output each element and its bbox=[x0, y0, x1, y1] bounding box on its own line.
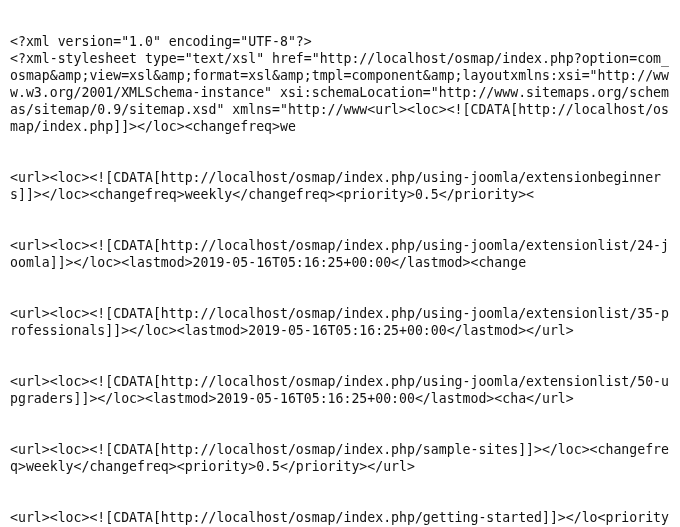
xml-line: <url><loc><![CDATA[http://localhost/osma… bbox=[10, 237, 670, 271]
xml-text: <url><loc><![CDATA[http://localhost/osma… bbox=[10, 510, 669, 527]
xml-text: <url><loc><![CDATA[http://localhost/osma… bbox=[10, 374, 669, 406]
xml-line: <url><loc><![CDATA[http://localhost/osma… bbox=[10, 305, 670, 339]
xml-raw-view: <?xml version="1.0" encoding="UTF-8"?> <… bbox=[0, 0, 680, 527]
xml-line: <url><loc><![CDATA[http://localhost/osma… bbox=[10, 169, 670, 203]
xml-line: <url><loc><![CDATA[http://localhost/osma… bbox=[10, 509, 670, 527]
xml-line: <url><loc><![CDATA[http://localhost/osma… bbox=[10, 441, 670, 475]
xml-text: <url><loc><![CDATA[http://localhost/osma… bbox=[10, 306, 669, 338]
xml-text: <url><loc><![CDATA[http://localhost/osma… bbox=[10, 442, 669, 474]
xml-text: <url><loc><![CDATA[http://localhost/osma… bbox=[10, 238, 669, 270]
xml-line: <?xml version="1.0" encoding="UTF-8"?> <… bbox=[10, 33, 670, 135]
xml-text: <?xml-stylesheet type="text/xsl" href="h… bbox=[10, 51, 669, 134]
xml-text: <url><loc><![CDATA[http://localhost/osma… bbox=[10, 170, 661, 202]
xml-text: <?xml version="1.0" encoding="UTF-8"?> bbox=[10, 34, 312, 49]
xml-line: <url><loc><![CDATA[http://localhost/osma… bbox=[10, 373, 670, 407]
